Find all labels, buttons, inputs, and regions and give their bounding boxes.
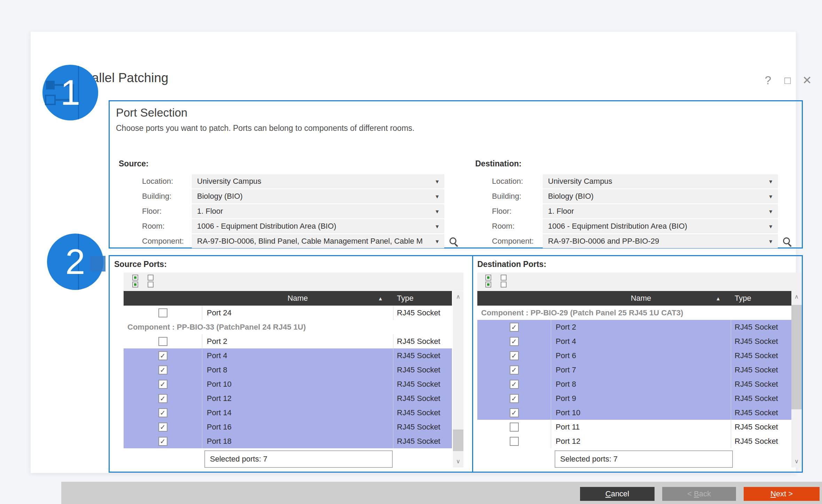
sort-ascending-icon[interactable]: ▲ — [715, 296, 721, 301]
dropdown-field[interactable]: RA-97-BIO-0006, Blind Panel, Cable Manag… — [192, 234, 444, 248]
table-row[interactable]: ✓Port 18RJ45 Socket — [124, 434, 452, 448]
name-column-header[interactable]: Name▲ — [551, 294, 731, 303]
row-checkbox[interactable] — [158, 308, 167, 317]
type-column-header[interactable]: Type — [393, 294, 452, 303]
dropdown-field[interactable]: 1006 - Equipment Distribution Area (BIO)… — [543, 219, 778, 233]
dropdown-field[interactable]: 1. Floor▼ — [543, 204, 778, 218]
scroll-down-icon[interactable]: ∨ — [791, 456, 802, 467]
row-checkbox[interactable] — [158, 337, 167, 346]
table-row[interactable]: ✓Port 8RJ45 Socket — [124, 363, 452, 377]
chevron-down-icon[interactable]: ▼ — [768, 175, 773, 189]
table-row[interactable]: ✓Port 12RJ45 Socket — [124, 391, 452, 405]
row-checkbox[interactable]: ✓ — [158, 408, 167, 417]
row-checkbox[interactable]: ✓ — [510, 380, 519, 389]
cancel-button[interactable]: Cancel — [580, 487, 655, 501]
dropdown-field[interactable]: Biology (BIO)▼ — [543, 189, 778, 203]
chevron-down-icon[interactable]: ▼ — [435, 235, 440, 249]
close-icon[interactable]: ✕ — [799, 73, 815, 88]
sort-ascending-icon[interactable]: ▲ — [378, 296, 383, 301]
select-all-icon[interactable] — [132, 275, 139, 289]
scrollbar-thumb[interactable] — [453, 430, 463, 451]
row-checkbox[interactable]: ✓ — [510, 394, 519, 403]
row-checkbox[interactable]: ✓ — [158, 351, 167, 360]
table-row[interactable]: Port 2RJ45 Socket — [124, 334, 452, 348]
table-row[interactable]: ✓Port 16RJ45 Socket — [124, 420, 452, 434]
component-group-header: Component : PP-BIO-29 (Patch Panel 25 RJ… — [477, 306, 791, 320]
chevron-down-icon[interactable]: ▼ — [435, 190, 440, 204]
port-name: Port 4 — [551, 334, 731, 348]
back-button[interactable]: < Back — [662, 487, 736, 501]
maximize-icon[interactable]: □ — [780, 73, 795, 88]
source-form-title: Source: — [119, 159, 149, 168]
table-row[interactable]: ✓Port 9RJ45 Socket — [477, 391, 791, 405]
next-button[interactable]: Next > — [744, 487, 820, 501]
dropdown-field[interactable]: RA-97-BIO-0006 and PP-BIO-29▼ — [543, 234, 778, 248]
checkbox-cell: ✓ — [124, 380, 202, 389]
destination-ports-label: Destination Ports: — [477, 260, 546, 269]
table-row[interactable]: ✓Port 14RJ45 Socket — [124, 405, 452, 420]
row-checkbox[interactable]: ✓ — [510, 408, 519, 417]
chevron-down-icon[interactable]: ▼ — [768, 190, 773, 204]
destination-table-scrollbar[interactable]: ∧ ∨ — [791, 291, 802, 467]
destination-ports-table: Component : PP-BIO-29 (Patch Panel 25 RJ… — [477, 306, 791, 448]
source-table-scrollbar[interactable]: ∧ ∨ — [453, 291, 463, 467]
dropdown-value: University Campus — [548, 175, 763, 189]
row-checkbox[interactable]: ✓ — [158, 437, 167, 446]
dropdown-value: 1006 - Equipment Distribution Area (BIO) — [197, 220, 429, 234]
help-icon[interactable]: ? — [760, 73, 776, 88]
select-all-icon[interactable] — [485, 275, 492, 289]
table-row[interactable]: Port 24RJ45 Socket — [124, 306, 452, 320]
port-type: RJ45 Socket — [393, 377, 452, 391]
dropdown-field[interactable]: 1. Floor▼ — [192, 204, 444, 218]
checkbox-cell: ✓ — [477, 394, 551, 403]
port-name: Port 10 — [202, 377, 393, 391]
search-icon[interactable] — [449, 237, 459, 247]
table-row[interactable]: Port 11RJ45 Socket — [477, 420, 791, 434]
chevron-down-icon[interactable]: ▼ — [435, 175, 440, 189]
table-row[interactable]: Port 12RJ45 Socket — [477, 434, 791, 448]
table-row[interactable]: ✓Port 7RJ45 Socket — [477, 363, 791, 377]
name-column-header[interactable]: Name▲ — [202, 294, 393, 303]
scroll-down-icon[interactable]: ∨ — [453, 456, 463, 467]
row-checkbox[interactable]: ✓ — [158, 394, 167, 403]
table-row[interactable]: ✓Port 4RJ45 Socket — [477, 334, 791, 348]
row-checkbox[interactable] — [510, 423, 519, 432]
field-label: Floor: — [492, 204, 543, 218]
table-row[interactable]: ✓Port 8RJ45 Socket — [477, 377, 791, 391]
chevron-down-icon[interactable]: ▼ — [435, 205, 440, 219]
scrollbar-thumb[interactable] — [791, 305, 802, 409]
port-name: Port 12 — [202, 391, 393, 405]
source-form: Location:University Campus▼Building:Biol… — [142, 174, 444, 248]
port-type: RJ45 Socket — [393, 434, 452, 448]
table-row[interactable]: ✓Port 10RJ45 Socket — [124, 377, 452, 391]
row-checkbox[interactable]: ✓ — [158, 423, 167, 432]
port-type: RJ45 Socket — [393, 306, 452, 320]
chevron-down-icon[interactable]: ▼ — [768, 205, 773, 219]
row-checkbox[interactable]: ✓ — [510, 365, 519, 375]
chevron-down-icon[interactable]: ▼ — [768, 220, 773, 234]
scroll-up-icon[interactable]: ∧ — [791, 292, 802, 302]
search-icon[interactable] — [782, 237, 793, 247]
row-checkbox[interactable]: ✓ — [510, 323, 519, 332]
dropdown-field[interactable]: Biology (BIO)▼ — [192, 189, 444, 203]
checkbox-cell: ✓ — [124, 394, 202, 403]
table-row[interactable]: ✓Port 10RJ45 Socket — [477, 405, 791, 420]
row-checkbox[interactable] — [510, 437, 519, 446]
chevron-down-icon[interactable]: ▼ — [768, 235, 773, 249]
deselect-all-icon[interactable] — [148, 275, 155, 289]
dropdown-field[interactable]: 1006 - Equipment Distribution Area (BIO)… — [192, 219, 444, 233]
deselect-all-icon[interactable] — [501, 275, 508, 289]
table-row[interactable]: ✓Port 2RJ45 Socket — [477, 320, 791, 334]
row-checkbox[interactable]: ✓ — [158, 380, 167, 389]
table-row[interactable]: ✓Port 4RJ45 Socket — [124, 348, 452, 363]
chevron-down-icon[interactable]: ▼ — [435, 220, 440, 234]
row-checkbox[interactable]: ✓ — [510, 337, 519, 346]
dropdown-field[interactable]: University Campus▼ — [543, 174, 778, 188]
row-checkbox[interactable]: ✓ — [510, 351, 519, 360]
table-row[interactable]: ✓Port 6RJ45 Socket — [477, 348, 791, 363]
dropdown-field[interactable]: University Campus▼ — [192, 174, 444, 188]
checkbox-cell: ✓ — [124, 437, 202, 446]
scroll-up-icon[interactable]: ∧ — [453, 292, 463, 302]
type-column-header[interactable]: Type — [731, 294, 791, 303]
row-checkbox[interactable]: ✓ — [158, 365, 167, 375]
